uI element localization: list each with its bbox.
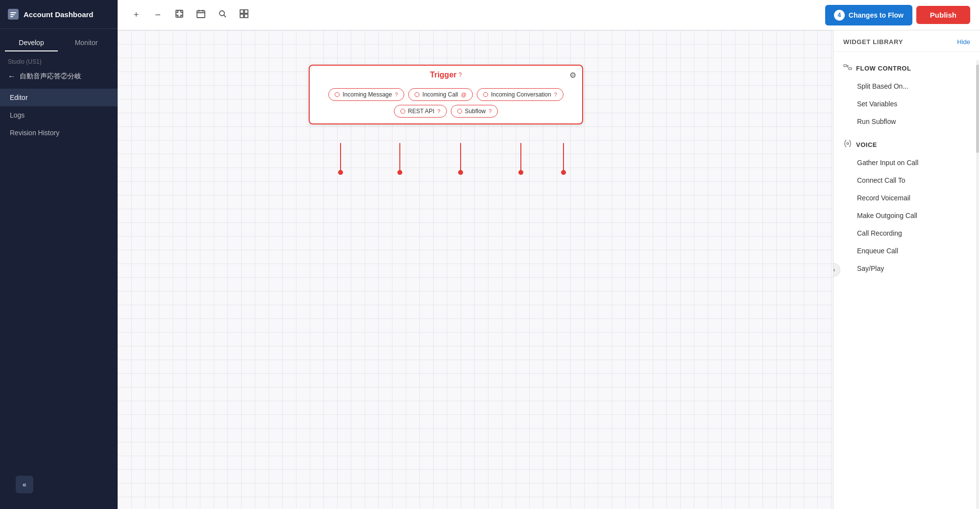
sidebar-tabs: Develop Monitor	[0, 29, 118, 51]
pill-incoming-conversation[interactable]: Incoming Conversation ?	[477, 88, 564, 101]
back-arrow-icon: ←	[8, 72, 16, 81]
svg-point-19	[561, 170, 566, 175]
pill-label: Subflow	[465, 108, 486, 115]
tab-develop[interactable]: Develop	[5, 35, 58, 51]
svg-rect-3	[176, 10, 183, 17]
svg-rect-21	[849, 68, 852, 70]
pill-incoming-call[interactable]: Incoming Call @	[408, 88, 473, 101]
widget-library-panel: « WIDGET LIBRARY Hide	[833, 30, 980, 509]
widget-list: FLOW CONTROL Split Based On... Set Varia…	[833, 52, 980, 509]
pill-help-icon[interactable]: ?	[395, 92, 398, 97]
panel-collapse-button[interactable]: «	[833, 263, 840, 277]
changes-count-badge: 4	[834, 10, 845, 21]
trigger-node[interactable]: Trigger ? ⚙ Incoming Message ? Incoming …	[309, 65, 583, 124]
svg-point-17	[518, 170, 523, 175]
pill-help-icon[interactable]: ?	[489, 108, 491, 114]
widget-item-connect-call-to[interactable]: Connect Call To	[833, 171, 980, 189]
widget-item-gather-input[interactable]: Gather Input on Call	[833, 154, 980, 171]
zoom-in-button[interactable]: +	[127, 6, 145, 24]
trigger-pills: Incoming Message ? Incoming Call @ Incom…	[310, 84, 582, 123]
widget-item-say-play[interactable]: Say/Play	[833, 260, 980, 277]
svg-point-13	[397, 170, 402, 175]
svg-rect-2	[10, 16, 13, 17]
widget-item-run-subflow[interactable]: Run Subflow	[833, 113, 980, 130]
fit-screen-button[interactable]	[171, 6, 188, 24]
widget-panel-header: WIDGET LIBRARY Hide	[833, 30, 980, 52]
svg-rect-6	[240, 10, 244, 13]
svg-rect-9	[245, 14, 248, 18]
voice-title: VOICE	[856, 141, 877, 148]
pill-label: Incoming Call	[422, 91, 458, 98]
main-area: + −	[118, 0, 980, 509]
widget-item-record-voicemail[interactable]: Record Voicemail	[833, 189, 980, 207]
scrollbar-track	[976, 60, 979, 509]
widget-item-set-variables[interactable]: Set Variables	[833, 95, 980, 113]
section-flow-control-header[interactable]: FLOW CONTROL	[833, 58, 980, 77]
pill-subflow[interactable]: Subflow ?	[451, 105, 498, 118]
svg-rect-1	[10, 14, 15, 15]
svg-rect-20	[844, 65, 847, 67]
svg-point-15	[458, 170, 463, 175]
sidebar-item-logs[interactable]: Logs	[0, 106, 118, 124]
flow-control-icon	[843, 63, 852, 73]
calendar-icon	[196, 9, 206, 21]
pill-rest-api[interactable]: REST API ?	[394, 105, 447, 118]
sidebar-nav: Editor Logs Revision History	[0, 85, 118, 145]
flow-name: 自動音声応答②分岐	[20, 72, 81, 81]
canvas-container: Trigger ? ⚙ Incoming Message ? Incoming …	[118, 30, 980, 509]
sidebar-title: Account Dashboard	[24, 10, 94, 19]
pill-dot	[483, 92, 488, 97]
search-button[interactable]	[214, 6, 231, 24]
toolbar: + −	[118, 0, 980, 30]
scrollbar-thumb[interactable]	[976, 65, 979, 153]
search-icon	[218, 9, 227, 21]
zoom-out-button[interactable]: −	[149, 6, 167, 24]
svg-point-5	[220, 11, 224, 16]
pill-incoming-message[interactable]: Incoming Message ?	[328, 88, 404, 101]
section-voice: VOICE Gather Input on Call Connect Call …	[833, 132, 980, 279]
section-flow-control: FLOW CONTROL Split Based On... Set Varia…	[833, 56, 980, 132]
grid-button[interactable]	[235, 6, 253, 24]
widget-item-split-based-on[interactable]: Split Based On...	[833, 77, 980, 95]
widget-item-enqueue-call[interactable]: Enqueue Call	[833, 242, 980, 260]
pill-dot	[457, 109, 462, 114]
svg-point-11	[338, 170, 343, 175]
sidebar-item-editor[interactable]: Editor	[0, 89, 118, 106]
voice-icon	[843, 139, 852, 150]
canvas[interactable]: Trigger ? ⚙ Incoming Message ? Incoming …	[118, 30, 833, 509]
pill-help-icon[interactable]: @	[461, 92, 466, 97]
section-voice-header[interactable]: VOICE	[833, 134, 980, 154]
pill-help-icon[interactable]: ?	[554, 92, 557, 97]
svg-rect-8	[240, 14, 244, 18]
pill-label: Incoming Conversation	[491, 91, 551, 98]
trigger-settings-icon[interactable]: ⚙	[569, 71, 576, 80]
pill-help-icon[interactable]: ?	[437, 108, 440, 114]
pill-label: REST API	[408, 108, 435, 115]
changes-label: Changes to Flow	[849, 11, 904, 19]
logo-icon	[8, 9, 19, 20]
trigger-question-icon[interactable]: ?	[459, 72, 462, 78]
pill-dot	[400, 109, 405, 114]
tab-monitor[interactable]: Monitor	[60, 35, 113, 51]
svg-rect-0	[10, 12, 16, 13]
widget-item-call-recording[interactable]: Call Recording	[833, 224, 980, 242]
collapse-icon: «	[23, 481, 26, 488]
fit-screen-icon	[174, 9, 184, 21]
svg-point-22	[847, 143, 849, 145]
sidebar-collapse-button[interactable]: «	[16, 476, 33, 493]
chevron-left-icon: «	[833, 267, 835, 273]
pill-label: Incoming Message	[343, 91, 392, 98]
changes-to-flow-button[interactable]: 4 Changes to Flow	[825, 5, 912, 25]
pill-dot	[415, 92, 419, 97]
sidebar: Account Dashboard Develop Monitor Studio…	[0, 0, 118, 509]
svg-rect-4	[197, 11, 205, 18]
trigger-title: Trigger	[430, 71, 457, 79]
widget-item-make-outgoing-call[interactable]: Make Outgoing Call	[833, 207, 980, 224]
calendar-button[interactable]	[192, 6, 210, 24]
sidebar-item-revision-history[interactable]: Revision History	[0, 124, 118, 142]
flow-back-button[interactable]: ← 自動音声応答②分岐	[0, 68, 118, 85]
zoom-out-icon: −	[155, 9, 161, 21]
flow-control-title: FLOW CONTROL	[856, 65, 911, 72]
publish-button[interactable]: Publish	[916, 6, 970, 24]
widget-library-hide-button[interactable]: Hide	[957, 38, 970, 46]
